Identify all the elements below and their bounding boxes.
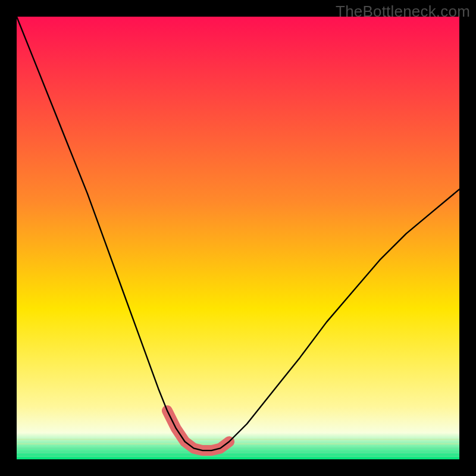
chart-svg [17, 17, 459, 459]
plot-area [17, 17, 459, 459]
watermark-text: TheBottleneck.com [336, 2, 470, 21]
gradient-background [17, 17, 459, 459]
chart-frame: TheBottleneck.com [0, 0, 476, 476]
